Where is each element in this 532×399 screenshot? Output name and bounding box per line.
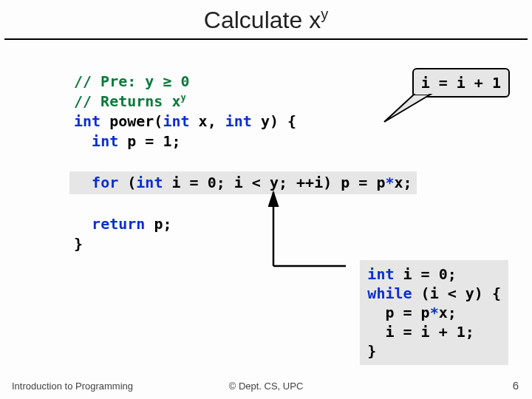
comment-returns: // Returns xy <box>74 92 186 110</box>
callout-text: i = i + 1 <box>421 74 501 92</box>
comment-pre: // Pre: y ≥ 0 <box>74 72 190 90</box>
slide-title: Calculate xy <box>4 0 528 40</box>
close-brace: } <box>74 235 83 253</box>
title-sup: y <box>321 6 328 22</box>
callout-box: i = i + 1 <box>412 68 510 98</box>
code-block: // Pre: y ≥ 0 // Returns xy int power(in… <box>74 52 417 254</box>
for-line: for (int i = 0; i < y; ++i) p = p*x; <box>69 171 417 194</box>
footer-center: © Dept. CS, UPC <box>0 381 532 392</box>
sig-line: int power(int x, int y) { <box>74 112 296 130</box>
page-number: 6 <box>513 379 519 392</box>
title-base: Calculate x <box>204 7 321 33</box>
return-line: return p; <box>74 215 171 233</box>
while-equivalent: int i = 0; while (i < y) { p = p*x; i = … <box>360 260 508 365</box>
decl-line: int p = 1; <box>74 132 181 150</box>
